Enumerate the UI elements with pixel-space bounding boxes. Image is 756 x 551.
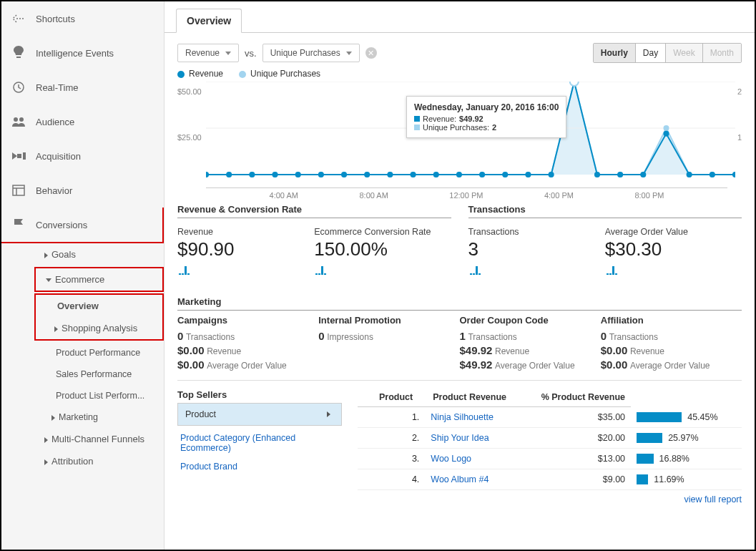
tab-bar: Overview xyxy=(165,1,755,33)
svg-point-38 xyxy=(387,172,393,177)
tab-overview[interactable]: Overview xyxy=(176,9,242,33)
time-toggle: Hourly Day Week Month xyxy=(593,43,742,63)
x-tick: 4:00 PM xyxy=(544,191,574,200)
top-sellers-table: Product Product Revenue % Product Revenu… xyxy=(358,389,742,490)
th-revenue[interactable]: Product Revenue xyxy=(425,389,512,407)
marketing-col: Order Coupon Code1 Transactions$49.92 Re… xyxy=(460,315,601,373)
svg-point-35 xyxy=(318,172,324,177)
toggle-week: Week xyxy=(665,44,702,62)
nav-overview[interactable]: Overview xyxy=(36,295,162,317)
th-pct[interactable]: % Product Revenue xyxy=(512,389,631,407)
nav-sales-performance[interactable]: Sales Performance xyxy=(1,364,164,385)
nav-attribution[interactable]: Attribution xyxy=(1,450,164,472)
th-product[interactable]: Product xyxy=(358,389,425,407)
nav-product-performance[interactable]: Product Performance xyxy=(1,342,164,364)
nav-label: Acquisition xyxy=(36,151,81,162)
view-full-report-link[interactable]: view full report xyxy=(165,494,742,504)
flag-icon xyxy=(11,218,26,232)
product-link[interactable]: Woo Album #4 xyxy=(431,474,489,484)
row-index: 1. xyxy=(358,407,425,428)
svg-point-43 xyxy=(502,172,508,177)
nav-intelligence[interactable]: Intelligence Events xyxy=(1,36,164,70)
row-index: 4. xyxy=(358,469,425,490)
svg-point-45 xyxy=(549,172,554,177)
tooltip-row: Revenue: $49.92 xyxy=(414,114,559,123)
table-row: 2. Ship Your Idea $20.00 25.97% xyxy=(358,428,742,449)
mk-line: $0.00 Average Order Value xyxy=(601,359,742,371)
nav-realtime[interactable]: Real-Time xyxy=(1,70,164,104)
section-title: Transactions xyxy=(468,200,742,218)
arrow-right-icon xyxy=(11,149,26,163)
nav-ecommerce[interactable]: Ecommerce xyxy=(36,268,162,291)
clock-icon xyxy=(11,80,26,94)
product-revenue: $13.00 xyxy=(512,449,631,469)
svg-point-39 xyxy=(411,172,416,177)
legend-unique: Unique Purchases xyxy=(239,69,320,79)
nav-shopping[interactable]: Shopping Analysis xyxy=(36,317,162,339)
nav-goals[interactable]: Goals xyxy=(1,243,164,265)
nav-shortcuts[interactable]: Shortcuts xyxy=(1,1,164,36)
product-name: Woo Album #4 xyxy=(425,469,512,490)
dot-icon xyxy=(239,71,246,78)
sparkline xyxy=(470,265,605,275)
toggle-day[interactable]: Day xyxy=(635,44,665,62)
marketing-col: Internal Promotion0 Impressions xyxy=(318,315,459,373)
nav-behavior[interactable]: Behavior xyxy=(1,173,164,208)
mk-line: $49.92 Average Order Value xyxy=(460,359,601,371)
dimension-brand-link[interactable]: Product Brand xyxy=(177,454,342,473)
table-row: 1. Ninja Silhouette $35.00 45.45% xyxy=(358,407,742,428)
chevron-down-icon xyxy=(46,278,51,282)
pct-label: 11.69% xyxy=(654,474,684,484)
svg-point-26 xyxy=(663,125,669,131)
highlight-ecommerce-sub: Overview Shopping Analysis xyxy=(34,293,164,341)
product-link[interactable]: Woo Logo xyxy=(431,454,471,464)
nav-label: Sales Performance xyxy=(56,369,132,379)
clear-metric-button[interactable]: ✕ xyxy=(365,47,377,59)
sparkline xyxy=(607,265,742,275)
row-index: 2. xyxy=(358,428,425,449)
nav-multi-channel[interactable]: Multi-Channel Funnels xyxy=(1,428,164,450)
arrow-left-icon xyxy=(11,11,26,26)
nav-acquisition[interactable]: Acquisition xyxy=(1,139,164,173)
chart[interactable]: $50.00 $25.00 2 1 Wednesday, January 20,… xyxy=(177,82,742,200)
dimension-category-link[interactable]: Product Category (Enhanced Ecommerce) xyxy=(177,426,342,454)
product-link[interactable]: Ship Your Idea xyxy=(431,433,489,443)
svg-point-48 xyxy=(617,172,623,177)
nav-product-list[interactable]: Product List Perform... xyxy=(1,385,164,406)
marketing-section: Marketing Campaigns0 Transactions$0.00 R… xyxy=(177,293,742,381)
pct-cell: 25.97% xyxy=(631,428,742,449)
people-icon xyxy=(11,114,26,129)
metric-value: 150.00% xyxy=(314,238,451,260)
metrics: Revenue $90.90 Ecommerce Conversion Rate… xyxy=(177,224,451,283)
product-name: Woo Logo xyxy=(425,449,512,469)
section-transactions: Transactions Transactions 3 Average Orde… xyxy=(468,200,742,283)
nav-label: Goals xyxy=(51,249,76,260)
mk-head: Affiliation xyxy=(601,315,742,326)
dimension-product[interactable]: Product xyxy=(177,403,342,426)
section-title: Revenue & Conversion Rate xyxy=(177,200,451,218)
summary-sections: Revenue & Conversion Rate Revenue $90.90… xyxy=(177,200,742,283)
metric-label: Revenue xyxy=(177,227,314,237)
sparkline xyxy=(315,265,451,275)
metric2-select[interactable]: Unique Purchases xyxy=(262,44,360,62)
svg-point-36 xyxy=(341,172,347,177)
product-link[interactable]: Ninja Silhouette xyxy=(431,412,494,422)
y-tick: $25.00 xyxy=(177,133,202,142)
mk-head: Internal Promotion xyxy=(318,315,459,326)
nav-marketing[interactable]: Marketing xyxy=(1,406,164,428)
nav-conversions[interactable]: Conversions xyxy=(1,208,164,243)
marketing-col: Affiliation0 Transactions$0.00 Revenue$0… xyxy=(601,315,742,373)
mk-line: $0.00 Revenue xyxy=(601,344,742,356)
nav-label: Shopping Analysis xyxy=(62,323,137,333)
product-revenue: $35.00 xyxy=(512,407,631,428)
nav-audience[interactable]: Audience xyxy=(1,104,164,139)
marketing-col: Campaigns0 Transactions$0.00 Revenue$0.0… xyxy=(177,315,318,373)
metric-label: Transactions xyxy=(468,227,605,237)
section-title: Marketing xyxy=(177,293,742,311)
section-title: Top Sellers xyxy=(177,389,342,400)
metric1-select[interactable]: Revenue xyxy=(177,44,239,62)
toggle-hourly[interactable]: Hourly xyxy=(594,44,635,62)
chart-legend: Revenue Unique Purchases xyxy=(165,66,755,82)
sparkline xyxy=(179,265,314,275)
x-axis: . 4:00 AM 8:00 AM 12:00 PM 4:00 PM 8:00 … xyxy=(206,187,727,200)
